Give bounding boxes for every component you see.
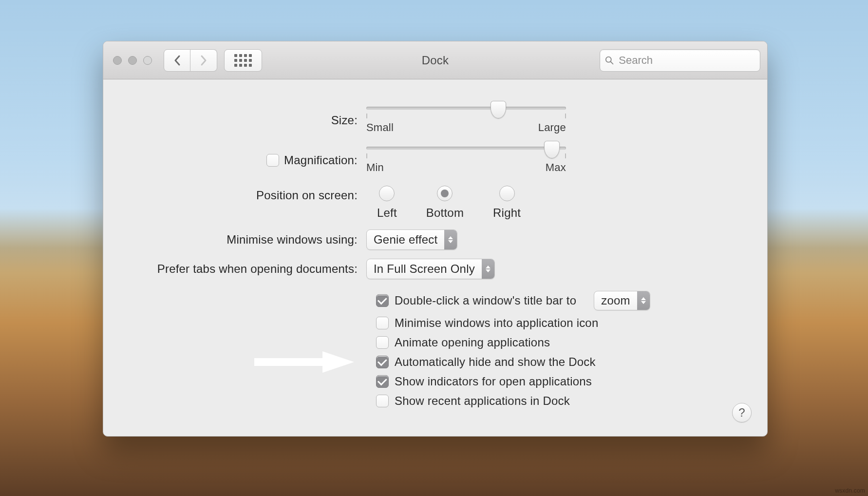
show-all-button[interactable] [224,49,262,72]
search-icon [605,56,614,65]
magnification-label: Magnification: [284,153,358,167]
svg-point-0 [606,57,611,62]
double-click-action-popup[interactable]: zoom [594,291,650,310]
show-recent-checkbox[interactable] [376,395,389,407]
minimise-label: Minimise windows using: [123,233,366,247]
position-left-radio[interactable] [379,186,395,201]
magnification-checkbox[interactable] [266,154,279,167]
magnification-slider-thumb[interactable] [544,141,560,158]
prefer-tabs-value: In Full Screen Only [374,262,475,276]
back-button[interactable] [164,49,190,72]
position-right-label: Right [493,206,521,220]
close-traffic-light[interactable] [113,56,122,65]
minimize-traffic-light[interactable] [128,56,137,65]
chevron-left-icon [173,55,181,66]
auto-hide-checkbox[interactable] [376,356,389,368]
minimise-effect-value: Genie effect [374,233,437,247]
watermark: wsxdn.com [835,487,865,494]
content-pane: Size: Small Large Magnification: [103,79,767,430]
indicators-checkbox[interactable] [376,375,389,388]
position-label: Position on screen: [123,186,366,202]
minimise-into-icon-label: Minimise windows into application icon [395,316,598,330]
position-right-radio[interactable] [499,186,515,201]
size-slider-thumb[interactable] [491,101,506,118]
animate-opening-checkbox[interactable] [376,336,389,349]
svg-line-1 [611,61,613,64]
magnification-slider[interactable]: Min Max [366,147,566,174]
animate-opening-label: Animate opening applications [395,336,550,349]
search-input[interactable] [618,54,755,67]
help-button[interactable]: ? [732,403,752,422]
auto-hide-label: Automatically hide and show the Dock [395,355,596,369]
double-click-checkbox[interactable] [376,294,389,307]
chevron-right-icon [200,55,208,66]
size-max-label: Large [538,121,566,134]
stepper-icon [637,291,650,310]
position-bottom-label: Bottom [426,206,464,220]
prefer-tabs-label: Prefer tabs when opening documents: [123,262,366,276]
position-left-label: Left [377,206,397,220]
nav-buttons [164,49,262,72]
search-field[interactable] [600,49,760,72]
mag-min-label: Min [366,161,384,174]
window-controls [113,56,152,65]
minimise-into-icon-checkbox[interactable] [376,317,389,329]
indicators-label: Show indicators for open applications [395,375,592,388]
preferences-window: Dock Size: Small Large Magnificat [103,41,768,437]
size-label: Size: [123,114,366,127]
prefer-tabs-popup[interactable]: In Full Screen Only [366,259,495,279]
forward-button[interactable] [190,49,217,72]
grid-icon [234,54,252,67]
stepper-icon [444,230,457,249]
position-radio-group: Left Bottom Right [377,186,521,220]
double-click-label: Double-click a window's title bar to [395,294,576,307]
position-bottom-radio[interactable] [437,186,453,201]
show-recent-label: Show recent applications in Dock [395,394,570,408]
size-min-label: Small [366,121,394,134]
titlebar: Dock [103,41,767,79]
mag-max-label: Max [546,161,566,174]
stepper-icon [482,259,494,279]
zoom-traffic-light[interactable] [143,56,152,65]
double-click-action-value: zoom [601,294,630,307]
size-slider[interactable]: Small Large [366,107,566,134]
minimise-effect-popup[interactable]: Genie effect [366,229,457,250]
